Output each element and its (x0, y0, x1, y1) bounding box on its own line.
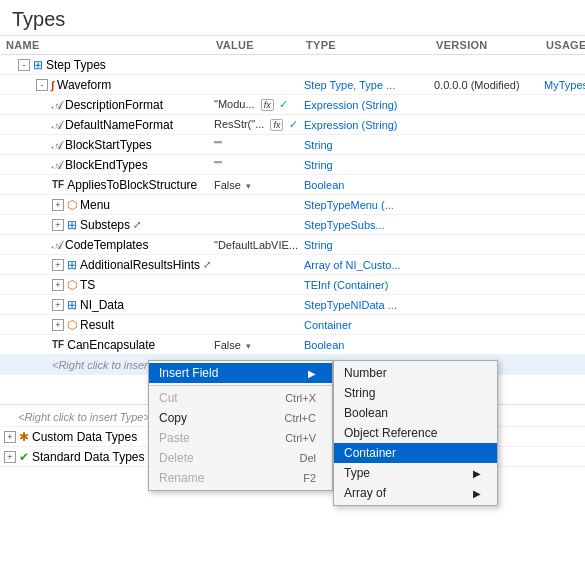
rename-shortcut: F2 (303, 472, 316, 484)
paste-label: Paste (159, 431, 190, 445)
type-label: Type (344, 466, 370, 480)
context-menu-primary: Insert Field ▶ Cut Ctrl+X Copy Ctrl+C Pa… (148, 360, 333, 491)
delete-shortcut: Del (299, 452, 316, 464)
paste-shortcut: Ctrl+V (285, 432, 316, 444)
menu-item-delete[interactable]: Delete Del (149, 448, 332, 468)
context-menu-overlay: Insert Field ▶ Cut Ctrl+X Copy Ctrl+C Pa… (0, 0, 585, 572)
object-reference-label: Object Reference (344, 426, 437, 440)
insert-field-arrow: ▶ (308, 368, 316, 379)
array-of-label: Array of (344, 486, 386, 500)
menu-item-paste[interactable]: Paste Ctrl+V (149, 428, 332, 448)
menu-item-cut[interactable]: Cut Ctrl+X (149, 388, 332, 408)
copy-shortcut: Ctrl+C (285, 412, 316, 424)
number-label: Number (344, 366, 387, 380)
menu-item-type[interactable]: Type ▶ (334, 463, 497, 483)
boolean-label: Boolean (344, 406, 388, 420)
menu-item-string[interactable]: String (334, 383, 497, 403)
array-of-arrow: ▶ (473, 488, 481, 499)
menu-item-insert-field[interactable]: Insert Field ▶ (149, 363, 332, 383)
menu-item-object-reference[interactable]: Object Reference (334, 423, 497, 443)
container-label: Container (344, 446, 396, 460)
type-arrow: ▶ (473, 468, 481, 479)
menu-item-container[interactable]: Container (334, 443, 497, 463)
string-label: String (344, 386, 375, 400)
menu-item-copy[interactable]: Copy Ctrl+C (149, 408, 332, 428)
menu-item-rename[interactable]: Rename F2 (149, 468, 332, 488)
menu-item-number[interactable]: Number (334, 363, 497, 383)
cut-label: Cut (159, 391, 178, 405)
delete-label: Delete (159, 451, 194, 465)
menu-sep-1 (149, 385, 332, 386)
menu-item-array-of[interactable]: Array of ▶ (334, 483, 497, 503)
copy-label: Copy (159, 411, 187, 425)
rename-label: Rename (159, 471, 204, 485)
menu-item-boolean[interactable]: Boolean (334, 403, 497, 423)
insert-field-label: Insert Field (159, 366, 218, 380)
context-menu-secondary: Number String Boolean Object Reference C… (333, 360, 498, 506)
cut-shortcut: Ctrl+X (285, 392, 316, 404)
